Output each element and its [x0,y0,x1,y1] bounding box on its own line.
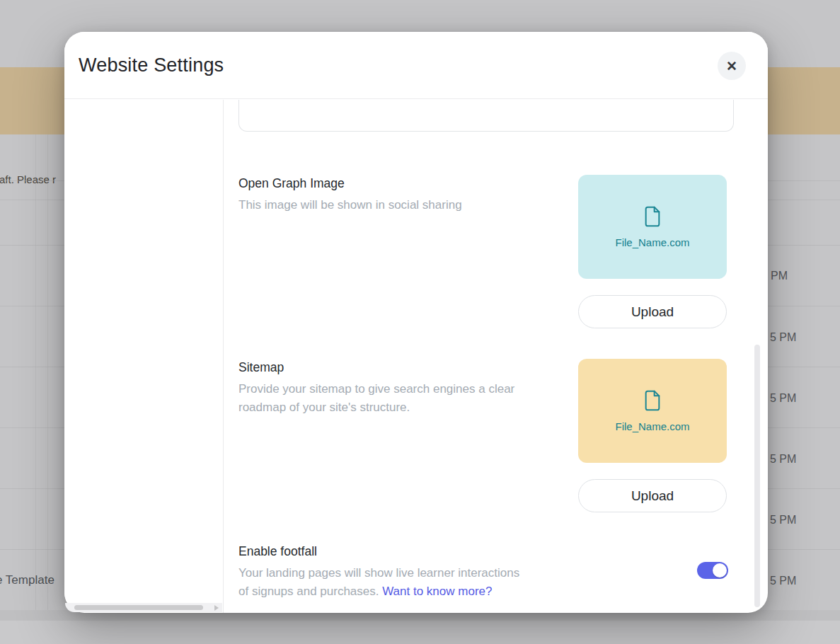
scrollbar-right-arrow-icon[interactable] [214,605,219,611]
footfall-description-line2: of signups and purchases. [238,585,382,598]
open-graph-file-name: File_Name.com [615,236,689,248]
sitemap-upload-button[interactable]: Upload [578,479,727,512]
horizontal-scrollbar-thumb[interactable] [74,605,203,610]
toggle-knob [713,563,727,577]
background-column-line [47,134,48,621]
sitemap-description-line1: Provide your sitemap to give search engi… [238,382,514,396]
horizontal-scrollbar[interactable] [65,603,222,612]
file-icon [641,205,664,228]
close-icon: ✕ [726,59,737,73]
file-icon [641,389,664,412]
sitemap-file-preview[interactable]: File_Name.com [578,359,727,463]
open-graph-upload-button[interactable]: Upload [578,295,727,328]
footfall-description-line1: Your landing pages will show live learne… [238,566,519,580]
open-graph-description: This image will be shown in social shari… [238,196,462,214]
open-graph-file-preview[interactable]: File_Name.com [578,175,727,279]
open-graph-label: Open Graph Image [238,176,345,191]
modal-header: Website Settings ✕ [64,32,768,99]
panel-divider [223,100,224,613]
table-cell-time: 5 PM [770,514,796,527]
table-cell-time: 5 PM [770,453,796,466]
background-column-line [35,134,36,621]
sitemap-label: Sitemap [238,360,284,375]
table-cell-template: e Template [0,573,54,587]
draft-warning-text: raft. Please r [0,173,56,185]
modal-title: Website Settings [79,54,224,76]
table-cell-time: PM [771,270,788,282]
modal-left-panel [64,100,223,612]
footfall-description: Your landing pages will show live learne… [238,564,519,601]
close-button[interactable]: ✕ [718,52,746,80]
footfall-toggle[interactable] [697,562,728,579]
text-field-partial[interactable] [238,100,734,132]
sitemap-description: Provide your sitemap to give search engi… [238,380,514,417]
sitemap-file-name: File_Name.com [615,420,689,432]
vertical-scrollbar-thumb[interactable] [754,345,760,607]
table-cell-time: 5 PM [770,331,796,344]
footfall-label: Enable footfall [238,544,317,559]
website-settings-modal: Website Settings ✕ Open Graph Image This… [64,32,768,613]
table-cell-time: 5 PM [770,392,796,405]
page-bottom-strip [0,621,840,644]
sitemap-description-line2: roadmap of your site's structure. [238,401,410,414]
want-to-know-more-link[interactable]: Want to know more? [382,585,492,598]
table-cell-time: 5 PM [770,575,796,587]
